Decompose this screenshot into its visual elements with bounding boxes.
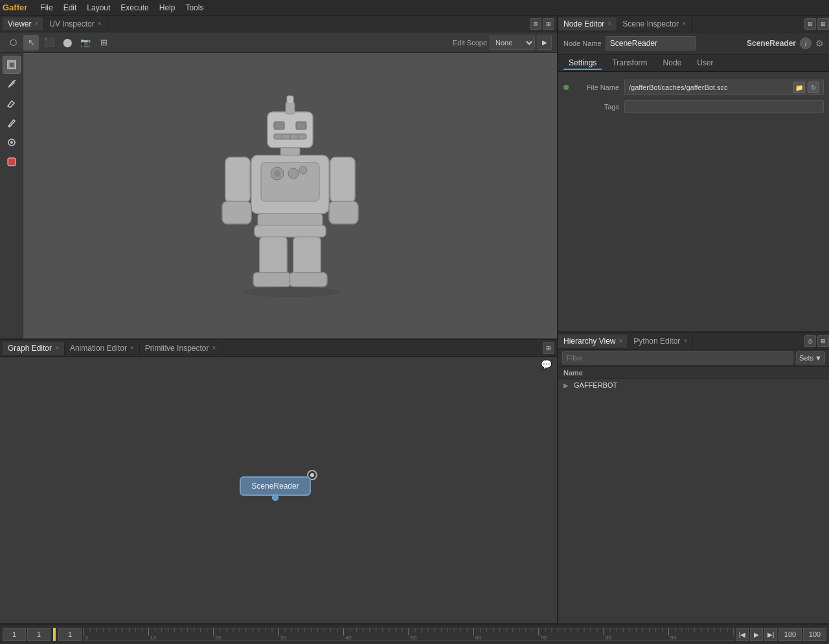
svg-rect-23 (258, 214, 323, 227)
robot-model (212, 93, 368, 300)
settings-tab-transform[interactable]: Transform (607, 57, 652, 70)
node-editor-popout[interactable]: ⊞ (804, 18, 816, 30)
file-name-row: File Name /gafferBot/caches/gafferBot.sc… (563, 77, 824, 98)
tab-scene-inspector[interactable]: Scene Inspector × (617, 17, 692, 30)
close-hierarchy-tab[interactable]: × (619, 337, 622, 344)
timeline-current[interactable]: 1 (27, 628, 51, 641)
tab-viewer[interactable]: Viewer × (3, 17, 44, 30)
menu-execute[interactable]: Execute (115, 2, 153, 14)
scope-forward-btn[interactable]: ▶ (538, 36, 552, 50)
tab-graph-editor[interactable]: Graph Editor × (3, 342, 65, 355)
file-name-text: /gafferBot/caches/gafferBot.scc (629, 83, 791, 91)
tab-animation-editor[interactable]: Animation Editor × (65, 342, 140, 355)
graph-editor-content[interactable]: 💬 SceneReader (0, 357, 557, 623)
svg-rect-7 (267, 112, 313, 148)
svg-rect-30 (293, 237, 321, 276)
hierarchy-target-btn[interactable]: ◎ (804, 335, 816, 347)
tab-primitive-inspector[interactable]: Primitive Inspector × (140, 342, 222, 355)
timeline-end-in[interactable]: 100 (778, 628, 802, 641)
svg-text:50: 50 (410, 636, 416, 640)
timeline-ruler[interactable]: 0102030405060708090100 (83, 628, 734, 641)
timeline-end-out[interactable]: 100 (803, 628, 826, 641)
menu-help[interactable]: Help (154, 2, 181, 14)
svg-rect-31 (253, 272, 291, 287)
hierarchy-item-gafferbot[interactable]: ▶ GAFFERBOT (558, 379, 829, 391)
svg-rect-24 (255, 225, 326, 237)
filter-input[interactable] (562, 351, 793, 364)
settings-tab-user[interactable]: User (692, 57, 718, 70)
edit-scope-group: Edit Scope None ▶ (453, 36, 552, 50)
sphere-btn[interactable]: ⬤ (60, 35, 75, 50)
timeline-jump-end[interactable]: ▶| (764, 628, 777, 641)
hierarchy-item-label: GAFFERBOT (574, 381, 617, 389)
draw-tool-btn[interactable] (3, 114, 21, 132)
hierarchy-header: Name (558, 367, 829, 379)
grid-btn[interactable]: ⊞ (96, 35, 111, 50)
svg-point-33 (242, 287, 339, 297)
close-viewer-tab[interactable]: × (34, 20, 38, 27)
hierarchy-content[interactable]: ▶ GAFFERBOT (558, 379, 829, 623)
svg-text:70: 70 (540, 636, 547, 640)
close-anim-tab[interactable]: × (130, 344, 134, 351)
svg-rect-9 (287, 96, 293, 104)
tags-input[interactable] (624, 100, 824, 113)
close-scene-inspector-tab[interactable]: × (682, 20, 686, 27)
inspect-tool-btn[interactable] (3, 133, 21, 151)
select-tool-btn[interactable] (3, 56, 21, 74)
close-python-tab[interactable]: × (683, 337, 687, 344)
node-input-port[interactable] (272, 494, 278, 501)
svg-line-2 (13, 80, 16, 82)
viewer-popout-btn[interactable]: ⊞ (543, 18, 554, 30)
cursor-btn[interactable]: ↖ (23, 35, 39, 50)
node-info-btn[interactable]: i (800, 38, 812, 49)
node-settings-btn[interactable]: ⚙ (815, 38, 824, 49)
menu-edit[interactable]: Edit (58, 2, 82, 14)
menu-file[interactable]: File (35, 2, 58, 14)
close-node-editor-tab[interactable]: × (608, 20, 611, 27)
settings-tab-node[interactable]: Node (658, 57, 687, 70)
svg-rect-18 (261, 162, 319, 201)
scene-reader-node[interactable]: SceneReader (240, 476, 311, 496)
expand-arrow[interactable]: ▶ (563, 382, 571, 389)
settings-tab-settings[interactable]: Settings (563, 57, 602, 70)
node-editor-content: Node Name SceneReader i ⚙ Settings Trans… (558, 32, 829, 331)
hierarchy-popout[interactable]: ⊞ (817, 335, 829, 347)
menu-layout[interactable]: Layout (82, 2, 115, 14)
tab-hierarchy-view[interactable]: Hierarchy View × (558, 335, 628, 348)
tab-python-editor[interactable]: Python Editor × (628, 335, 693, 348)
tags-row: Tags (563, 98, 824, 116)
tab-uv-inspector[interactable]: UV Inspector × (44, 17, 107, 30)
svg-rect-32 (290, 272, 327, 287)
scene-tool-btn[interactable]: ⬡ (5, 35, 21, 50)
shape-btn[interactable]: ⬛ (41, 35, 57, 50)
viewer-settings-btn[interactable]: ⚙ (530, 18, 541, 30)
menu-tools[interactable]: Tools (180, 2, 209, 14)
color-tool-btn[interactable] (3, 153, 21, 171)
close-uv-tab[interactable]: × (98, 20, 102, 27)
node-name-input[interactable] (606, 36, 696, 50)
edit-scope-select[interactable]: None (490, 36, 535, 50)
camera-btn[interactable]: 📷 (78, 35, 93, 50)
file-browse-btn[interactable]: 📁 (793, 82, 805, 93)
timeline-start[interactable]: 1 (3, 628, 26, 641)
timeline-frame[interactable]: 1 (58, 628, 82, 641)
svg-rect-16 (280, 148, 300, 155)
graph-settings-btn[interactable]: ⊞ (543, 342, 554, 354)
graph-editor-tab-bar: Graph Editor × Animation Editor × Primit… (0, 340, 557, 357)
erase-tool-btn[interactable] (3, 94, 21, 113)
close-graph-tab[interactable]: × (55, 344, 59, 351)
close-prim-tab[interactable]: × (212, 344, 216, 351)
graph-message-btn[interactable]: 💬 (541, 359, 552, 370)
paint-tool-btn[interactable] (3, 75, 21, 93)
tab-node-editor[interactable]: Node Editor × (558, 17, 617, 30)
menubar: Gaffer File Edit Layout Execute Help Too… (0, 0, 829, 16)
timeline-play[interactable]: ▶ (750, 628, 763, 641)
edit-scope-label: Edit Scope (453, 39, 487, 47)
graph-node-scenereader[interactable]: SceneReader (240, 476, 311, 496)
timeline-jump-start[interactable]: |◀ (736, 628, 749, 641)
sets-dropdown[interactable]: Sets ▼ (796, 351, 825, 364)
hierarchy-tab-bar: Hierarchy View × Python Editor × ◎ ⊞ (558, 333, 829, 350)
node-editor-settings[interactable]: ⊞ (817, 18, 829, 30)
file-refresh-btn[interactable]: ↻ (808, 82, 819, 93)
node-editor: Node Editor × Scene Inspector × ⊞ ⊞ Node… (558, 16, 829, 333)
